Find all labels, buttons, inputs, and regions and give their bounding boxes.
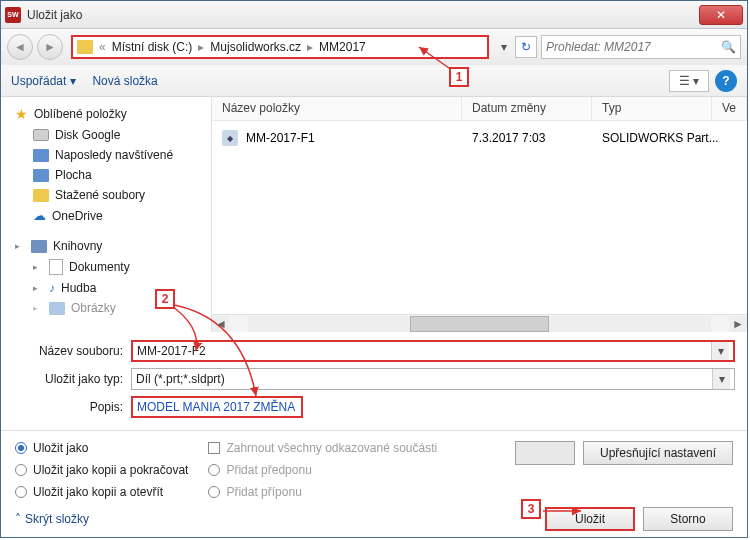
libraries-header[interactable]: ▸ Knihovny [5,236,207,256]
window-title: Uložit jako [27,8,699,22]
cancel-button[interactable]: Storno [643,507,733,531]
sidebar-item[interactable]: Disk Google [5,125,207,145]
downloads-icon [33,189,49,202]
description-label: Popis: [13,400,131,414]
music-icon: ♪ [49,281,55,295]
radio-add-prefix: Přidat předponu [208,463,437,477]
close-icon: ✕ [716,8,726,22]
recent-icon [33,149,49,162]
star-icon: ★ [15,106,28,122]
chevron-right-icon: ▸ [194,40,208,54]
expand-icon[interactable]: ▸ [33,262,43,272]
sidebar-item[interactable]: Plocha [5,165,207,185]
footer: ˄ Skrýt složky Uložit Storno [1,507,747,531]
folder-icon [77,40,93,54]
column-name[interactable]: Název položky [212,97,462,120]
sidebar-item[interactable]: ▸♪Hudba [5,278,207,298]
refresh-button[interactable]: ↻ [515,36,537,58]
scroll-left-button[interactable]: ◄ [212,316,230,332]
checkbox-include-refs[interactable]: Zahrnout všechny odkazované součásti [208,441,437,455]
part-file-icon: ◆ [222,130,238,146]
description-input[interactable]: MODEL MANIA 2017 ZMĚNA [131,396,303,418]
organize-button[interactable]: Uspořádat ▾ [11,74,76,88]
filetype-label: Uložit jako typ: [13,372,131,386]
radio-save-copy-open[interactable]: Uložit jako kopii a otevřít [15,485,188,499]
library-icon [31,240,47,253]
chevron-down-icon: ▾ [70,74,76,88]
form-area: Název souboru: MM-2017-F2 ▾ Uložit jako … [1,332,747,430]
drive-icon [33,129,49,141]
breadcrumb-item[interactable]: Místní disk (C:) [112,40,193,54]
hide-folders-link[interactable]: ˄ Skrýt složky [15,512,89,526]
expand-icon[interactable]: ▸ [15,241,25,251]
filename-input[interactable]: MM-2017-F2 ▾ [131,340,735,362]
sidebar-item[interactable]: Stažené soubory [5,185,207,205]
expand-icon[interactable]: ▸ [33,283,43,293]
scroll-thumb[interactable] [410,316,549,332]
file-row[interactable]: ◆ MM-2017-F1 7.3.2017 7:03 SOLIDWORKS Pa… [212,127,747,149]
sidebar-item[interactable]: ▸Dokumenty [5,256,207,278]
breadcrumb[interactable]: « Místní disk (C:) ▸ Mujsolidworks.cz ▸ … [71,35,489,59]
radio-save-copy-continue[interactable]: Uložit jako kopii a pokračovat [15,463,188,477]
new-folder-button[interactable]: Nová složka [92,74,157,88]
back-button[interactable]: ◄ [7,34,33,60]
breadcrumb-dropdown[interactable]: ▾ [497,40,511,54]
onedrive-icon: ☁ [33,208,46,223]
desktop-icon [33,169,49,182]
help-button[interactable]: ? [715,70,737,92]
app-icon: SW [5,7,21,23]
file-area: Název položky Datum změny Typ Ve ◆ MM-20… [212,97,747,332]
file-list-header: Název položky Datum změny Typ Ve [212,97,747,121]
callout-2: 2 [155,289,175,309]
file-date: 7.3.2017 7:03 [472,131,602,145]
callout-1: 1 [449,67,469,87]
column-type[interactable]: Typ [592,97,712,120]
save-as-dialog: SW Uložit jako ✕ ◄ ► « Místní disk (C:) … [0,0,748,538]
options-area: Uložit jako Uložit jako kopii a pokračov… [1,430,747,507]
radio-save-as[interactable]: Uložit jako [15,441,188,455]
column-date[interactable]: Datum změny [462,97,592,120]
radio-icon [208,486,220,498]
pictures-icon [49,302,65,315]
search-input[interactable] [546,40,721,54]
radio-icon [15,464,27,476]
color-preview [515,441,575,465]
save-button[interactable]: Uložit [545,507,635,531]
radio-icon [15,486,27,498]
scroll-track[interactable] [248,316,711,332]
search-box[interactable]: 🔍 [541,35,741,59]
navbar: ◄ ► « Místní disk (C:) ▸ Mujsolidworks.c… [1,29,747,65]
radio-icon [208,464,220,476]
search-icon[interactable]: 🔍 [721,40,736,54]
close-button[interactable]: ✕ [699,5,743,25]
forward-button[interactable]: ► [37,34,63,60]
toolbar: Uspořádat ▾ Nová složka ☰ ▾ ? [1,65,747,97]
breadcrumb-prefix: « [95,40,110,54]
radio-icon [15,442,27,454]
radio-add-suffix: Přidat příponu [208,485,437,499]
file-type: SOLIDWORKS Part... [602,131,722,145]
filename-dropdown[interactable]: ▾ [711,342,729,360]
breadcrumb-item[interactable]: Mujsolidworks.cz [210,40,301,54]
titlebar: SW Uložit jako ✕ [1,1,747,29]
sidebar-item[interactable]: ▸Obrázky [5,298,207,318]
column-ver[interactable]: Ve [712,97,747,120]
file-list[interactable]: ◆ MM-2017-F1 7.3.2017 7:03 SOLIDWORKS Pa… [212,121,747,314]
horizontal-scrollbar[interactable]: ◄ ► [212,314,747,332]
breadcrumb-item[interactable]: MM2017 [319,40,366,54]
sidebar-item[interactable]: Naposledy navštívené [5,145,207,165]
sidebar-item[interactable]: ☁OneDrive [5,205,207,226]
chevron-up-icon: ˄ [15,512,21,526]
expand-icon[interactable]: ▸ [33,303,43,313]
scroll-right-button[interactable]: ► [729,316,747,332]
callout-3: 3 [521,499,541,519]
body-area: ★ Oblíbené položky Disk Google Naposledy… [1,97,747,332]
filetype-dropdown[interactable]: ▾ [712,369,730,389]
filetype-select[interactable]: Díl (*.prt;*.sldprt) ▾ [131,368,735,390]
view-mode-button[interactable]: ☰ ▾ [669,70,709,92]
filename-label: Název souboru: [13,344,131,358]
advanced-settings-button[interactable]: Upřesňující nastavení [583,441,733,465]
favorites-header[interactable]: ★ Oblíbené položky [5,103,207,125]
documents-icon [49,259,63,275]
chevron-right-icon: ▸ [303,40,317,54]
